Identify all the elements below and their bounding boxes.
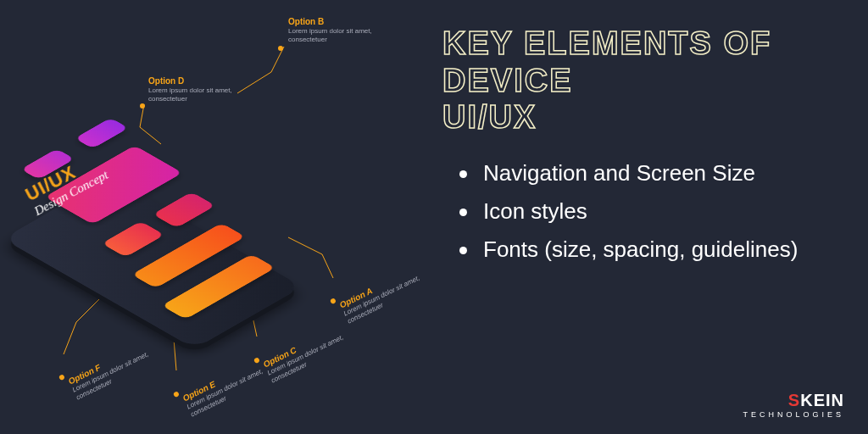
dot-icon (330, 298, 337, 304)
dot-icon (278, 46, 283, 51)
brand-accent: S (788, 391, 800, 409)
callout-d: Option D Lorem ipsum dolor sit amet, con… (148, 76, 242, 103)
content-area: KEY ELEMENTS OF DEVICE UI/UX Navigation … (434, 0, 868, 434)
callout-d-body: Lorem ipsum dolor sit amet, consectetuer (148, 86, 232, 103)
list-item: Icon styles (459, 198, 834, 225)
layer-5b (75, 118, 129, 149)
dot-icon (58, 374, 65, 381)
callout-a: Option A Lorem ipsum dolor sit amet, con… (338, 260, 434, 325)
title-line-2: UI/UX (442, 99, 537, 135)
dot-icon (173, 391, 180, 398)
diagram-area: UI/UX Design Concept Option B Lorem ipsu… (0, 0, 434, 434)
callout-b: Option B Lorem ipsum dolor sit amet, con… (288, 17, 381, 43)
list-item: Navigation and Screen Size (459, 160, 834, 186)
brand-logo: SKEIN TECHNOLOGIES (743, 391, 844, 419)
callout-e: Option E Lorem ipsum dolor sit amet, con… (181, 353, 277, 418)
callout-c: Option C Lorem ipsum dolor sit amet, con… (262, 320, 358, 384)
callout-b-title: Option B (288, 17, 381, 27)
dot-icon (140, 103, 145, 108)
callout-b-body: Lorem ipsum dolor sit amet, consectetuer (288, 27, 372, 43)
list-item: Fonts (size, spacing, guidelines) (459, 236, 834, 263)
callout-f: Option F Lorem ipsum dolor sit amet, con… (67, 337, 163, 401)
callout-d-title: Option D (148, 76, 242, 86)
brand-sub: TECHNOLOGIES (743, 410, 844, 419)
bullet-list: Navigation and Screen Size Icon styles F… (442, 160, 834, 263)
brand-name: SKEIN (743, 391, 844, 410)
brand-rest: KEIN (800, 391, 844, 409)
page-title: KEY ELEMENTS OF DEVICE UI/UX (442, 25, 834, 136)
title-line-1: KEY ELEMENTS OF DEVICE (442, 25, 771, 98)
